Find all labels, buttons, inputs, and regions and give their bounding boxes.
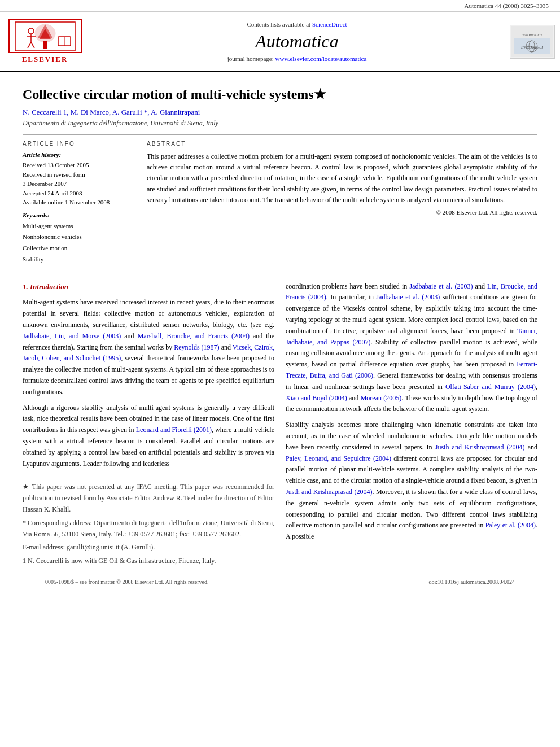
ref-ferrari-2006[interactable]: Ferrari-Trecate, Buffa, and Gati (2006) [286,360,537,379]
intro-para2: Although a rigorous stability analysis o… [23,403,274,470]
ref-jadbabaie-2003b[interactable]: Jadbabaie et al. (2003) [409,282,473,290]
homepage-line: journal homepage: www.elsevier.com/locat… [228,55,367,62]
footnote-corresponding: * Corresponding address: Dipartimento di… [23,518,274,540]
elsevier-logo-section: ELSEVIER [0,16,90,67]
intro-para1: Multi-agent systems have received increa… [23,297,274,397]
ref-justh-2004[interactable]: Justh and Krishnaprasad (2004) [435,443,525,451]
article-history-label: Article history: [23,151,126,158]
abstract-heading: ABSTRACT [147,141,537,147]
elsevier-tree-icon [14,21,76,52]
keywords-list: Multi-agent systems Nonholonomic vehicle… [23,221,126,265]
svg-point-5 [28,28,34,34]
sciencedirect-link[interactable]: ScienceDirect [312,21,347,28]
footnote-area: ★ This paper was not presented at any IF… [23,478,274,567]
elsevier-logo-box [8,19,82,53]
ref-jadbabaie-2003c[interactable]: Jadbabaie et al. (2003) [376,293,440,301]
ref-vicsek-1995[interactable]: Vicsek, Czirok, Jacob, Cohen, and Schoch… [23,343,274,362]
body-section: 1. Introduction Multi-agent systems have… [23,274,537,569]
abstract-text: This paper addresses a collective motion… [147,151,537,206]
keywords-label: Keywords: [23,212,126,219]
ref-xiao-2004[interactable]: Xiao and Boyd (2004) [286,394,347,402]
journal-center: Contents lists available at ScienceDirec… [90,18,504,65]
paper-content: Collective circular motion of multi-vehi… [0,72,560,600]
ref-marshall-2004[interactable]: Marshall, Broucke, and Francis (2004) [138,332,250,340]
svg-line-9 [31,42,34,48]
keyword-4: Stability [23,254,126,265]
ref-reynolds-1987[interactable]: Reynolds (1987) [174,343,219,351]
received1-text: Received 13 October 2005 Received in rev… [23,160,126,207]
footnote-star: ★ This paper was not presented at any IF… [23,482,274,515]
affiliation-line: Dipartimento di Ingegneria dell'Informaz… [23,119,537,128]
footnote-email: E-mail address: garulli@ing.unisi.it (A.… [23,542,274,553]
right-para2: Stability analysis becomes more challeng… [286,420,537,543]
homepage-text: journal homepage: [228,55,274,62]
contents-line: Contents lists available at ScienceDirec… [247,21,347,28]
journal-header: ELSEVIER Contents lists available at Sci… [0,12,560,72]
intro-heading: 1. Introduction [23,281,274,293]
issn-text: 0005-1098/$ – see front matter © 2008 El… [45,579,208,585]
right-para1: coordination problems have been studied … [286,281,537,416]
contents-text: Contents lists available at [247,21,310,28]
automatica-logo-right: automatica IFAC Journal [504,22,560,62]
ref-jadbabaie-2003[interactable]: Jadbabaie, Lin, and Morse (2003) [23,332,121,340]
elsevier-label: ELSEVIER [22,55,68,64]
citation-text: Automatica 44 (2008) 3025–3035 [465,2,549,9]
automatica-cover-image: automatica IFAC Journal [510,25,555,59]
ref-olfati-2004[interactable]: Olfati-Saber and Murray (2004) [445,383,536,391]
right-body-column: coordination problems have been studied … [286,281,537,569]
paper-title: Collective circular motion of multi-vehi… [23,86,537,102]
svg-line-8 [28,42,31,48]
svg-text:automatica: automatica [522,32,542,37]
authors-line: N. Ceccarelli 1, M. Di Marco, A. Garulli… [23,108,537,117]
abstract-section: ABSTRACT This paper addresses a collecti… [147,141,537,265]
ref-tanner-2007[interactable]: Tanner, Jadbabaie, and Pappas (2007) [286,327,537,346]
article-info-section: ARTICLE INFO Article history: Received 1… [23,141,135,265]
article-info-abstract: ARTICLE INFO Article history: Received 1… [23,134,537,265]
svg-text:IFAC Journal: IFAC Journal [520,45,542,50]
keyword-1: Multi-agent systems [23,221,126,232]
keyword-2: Nonholonomic vehicles [23,231,126,243]
ref-moreau-2005[interactable]: Moreau (2005) [361,394,402,402]
article-info-heading: ARTICLE INFO [23,141,126,147]
ref-justh-2004b[interactable]: Justh and Krishnaprasad (2004) [286,488,372,496]
bottom-bar: 0005-1098/$ – see front matter © 2008 El… [23,575,537,588]
copyright-text: © 2008 Elsevier Ltd. All rights reserved… [147,209,537,216]
ref-leonard-2001[interactable]: Leonard and Fiorelli (2001) [136,426,212,434]
ref-paley-2004[interactable]: Paley, Leonard, and Sepulchre (2004) [286,455,391,462]
left-body-column: 1. Introduction Multi-agent systems have… [23,281,274,569]
citation-bar: Automatica 44 (2008) 3025–3035 [0,0,560,12]
homepage-link[interactable]: www.elsevier.com/locate/automatica [275,55,367,62]
doi-text: doi:10.1016/j.automatica.2008.04.024 [429,579,515,585]
keyword-3: Collective motion [23,243,126,254]
footnote-1: 1 N. Ceccarelli is now with GE Oil & Gas… [23,556,274,567]
journal-title: Automatica [255,31,339,52]
ref-paley-2004b[interactable]: Paley et al. (2004) [485,521,536,529]
